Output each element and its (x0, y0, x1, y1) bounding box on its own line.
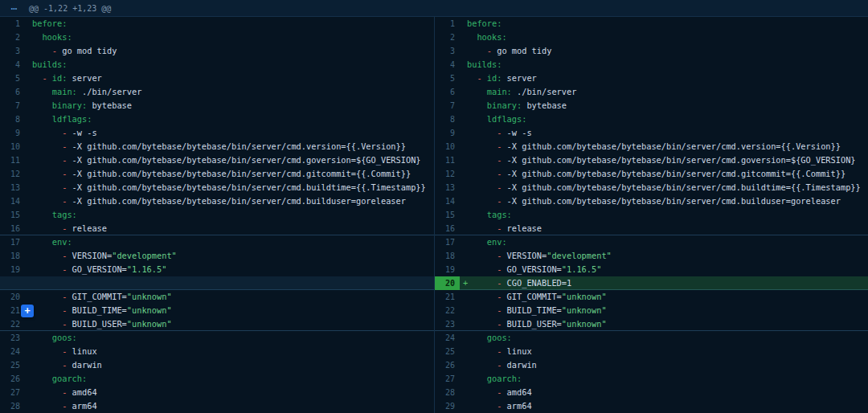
token (467, 387, 497, 397)
context-row: 10 - -X github.com/bytebase/bytebase/bin… (0, 140, 434, 153)
line-number[interactable]: 6 (435, 85, 460, 99)
line-number[interactable]: 26 (0, 372, 25, 386)
context-row: 14 - -X github.com/bytebase/bytebase/bin… (435, 194, 868, 208)
line-number[interactable]: 13 (435, 181, 460, 194)
line-number[interactable]: 11 (435, 153, 460, 167)
token: linux (72, 346, 97, 356)
line-number[interactable]: 15 (435, 208, 460, 222)
line-number[interactable]: 17 (435, 235, 460, 249)
context-row: 8 ldflags: (0, 112, 434, 126)
line-number[interactable]: 13 (0, 181, 25, 194)
line-number[interactable]: 9 (0, 126, 25, 140)
context-row: 29 - arm64 (435, 399, 868, 413)
line-number[interactable]: 1 (435, 17, 460, 31)
token (32, 128, 62, 137)
context-row: 4builds: (435, 58, 868, 72)
context-row: 26 goarch: (0, 372, 434, 386)
code-line: - -X github.com/bytebase/bytebase/bin/se… (25, 153, 434, 167)
line-number[interactable]: 10 (0, 140, 25, 153)
line-number[interactable]: 28 (435, 386, 460, 399)
line-number[interactable]: 12 (0, 167, 25, 181)
token (32, 114, 52, 124)
line-number[interactable]: 19 (0, 263, 25, 276)
line-number[interactable]: 25 (0, 358, 25, 372)
line-number[interactable]: 16 (435, 222, 460, 235)
line-number[interactable]: 29 (435, 399, 460, 413)
line-number[interactable]: 16 (0, 222, 25, 235)
line-number[interactable]: 5 (435, 72, 460, 85)
token: - (477, 73, 486, 83)
line-number[interactable]: 3 (0, 44, 25, 58)
line-number[interactable]: 8 (435, 112, 460, 126)
token (467, 73, 477, 83)
line-number[interactable]: 10 (435, 140, 460, 153)
token (467, 223, 497, 233)
line-number[interactable]: 18 (0, 249, 25, 263)
expand-hunk-icon[interactable]: ⋯ (0, 0, 29, 17)
token (467, 305, 497, 315)
line-number[interactable] (0, 276, 25, 290)
line-number[interactable]: 24 (0, 345, 25, 358)
line-number[interactable]: 20 (435, 276, 460, 290)
token: GIT_COMMIT= (507, 292, 562, 301)
token: ./bin/server (512, 87, 577, 96)
context-row: 21 - GIT_COMMIT="unknown" (435, 290, 868, 304)
line-number[interactable]: 2 (435, 31, 460, 44)
token: - (497, 223, 506, 233)
line-number[interactable]: 11 (0, 153, 25, 167)
token: main: (487, 87, 512, 96)
line-number[interactable]: 7 (0, 99, 25, 112)
line-number[interactable]: 4 (435, 58, 460, 72)
line-number[interactable]: 4 (0, 58, 25, 72)
code-line (25, 276, 434, 290)
line-number[interactable]: 9 (435, 126, 460, 140)
line-number[interactable]: 22 (435, 304, 460, 317)
code-line: - -X github.com/bytebase/bytebase/bin/se… (460, 181, 868, 194)
token: "unknown" (127, 305, 172, 315)
context-row: 2 hooks: (435, 31, 868, 44)
line-number[interactable]: 15 (0, 208, 25, 222)
line-number[interactable]: 8 (0, 112, 25, 126)
token (32, 100, 52, 110)
add-comment-button[interactable]: + (21, 305, 34, 317)
line-number[interactable]: 26 (435, 358, 460, 372)
line-number[interactable]: 19 (435, 263, 460, 276)
line-number[interactable]: 12 (435, 167, 460, 181)
token: amd64 (507, 387, 532, 397)
line-number[interactable]: 20 (0, 290, 25, 304)
token: GO_VERSION= (507, 264, 562, 274)
line-number[interactable]: 17 (0, 235, 25, 249)
context-row: 12 - -X github.com/bytebase/bytebase/bin… (0, 167, 434, 181)
line-number[interactable]: 24 (435, 331, 460, 345)
line-number[interactable]: 22 (0, 317, 25, 331)
line-number[interactable]: 5 (0, 72, 25, 85)
line-number[interactable]: 3 (435, 44, 460, 58)
line-number[interactable]: 14 (435, 194, 460, 208)
line-number[interactable]: 23 (435, 317, 460, 331)
context-row: 16 - release (435, 222, 868, 235)
line-number[interactable]: 27 (435, 372, 460, 386)
line-number[interactable]: 18 (435, 249, 460, 263)
line-number[interactable]: 2 (0, 31, 25, 44)
line-number[interactable]: 1 (0, 17, 25, 31)
token: tags: (487, 210, 512, 219)
token: binary: (52, 100, 87, 110)
token: -X github.com/bytebase/bytebase/bin/serv… (72, 182, 426, 192)
token (467, 196, 497, 206)
token: - (62, 182, 72, 192)
token (467, 46, 487, 55)
line-number[interactable]: 28 (0, 399, 25, 413)
line-number[interactable]: 21 (435, 290, 460, 304)
token: before: (467, 18, 502, 28)
token: ldflags: (487, 114, 527, 124)
line-number[interactable]: 23 (0, 331, 25, 345)
code-line: goarch: (25, 372, 434, 386)
code-line: - -X github.com/bytebase/bytebase/bin/se… (460, 194, 868, 208)
token (467, 333, 487, 342)
line-number[interactable]: 25 (435, 345, 460, 358)
code-line: - darwin (460, 358, 868, 372)
line-number[interactable]: 7 (435, 99, 460, 112)
line-number[interactable]: 14 (0, 194, 25, 208)
line-number[interactable]: 27 (0, 386, 25, 399)
line-number[interactable]: 6 (0, 85, 25, 99)
